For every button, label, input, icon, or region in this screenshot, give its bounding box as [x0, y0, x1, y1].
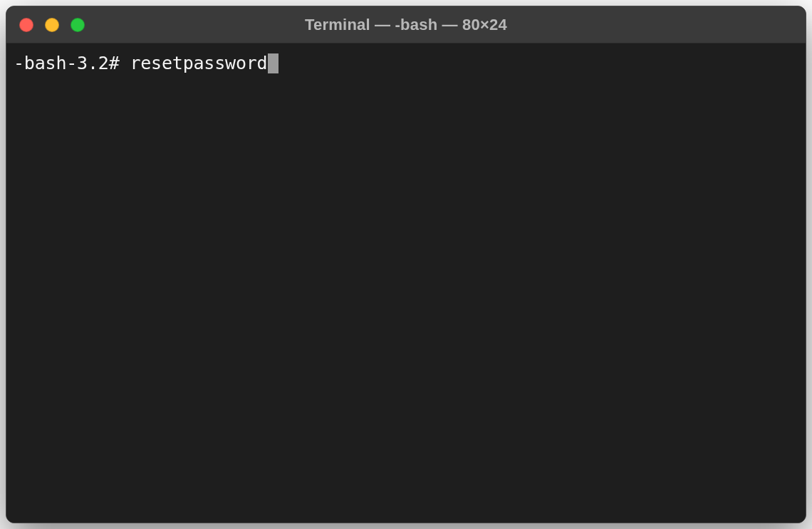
- shell-prompt: -bash-3.2#: [14, 52, 130, 76]
- terminal-window: Terminal — -bash — 80×24 -bash-3.2# rese…: [6, 6, 806, 523]
- traffic-lights: [6, 18, 85, 32]
- terminal-body[interactable]: -bash-3.2# resetpassword: [6, 43, 806, 523]
- terminal-line: -bash-3.2# resetpassword: [14, 52, 798, 76]
- cursor-icon: [268, 53, 279, 73]
- minimize-icon[interactable]: [45, 18, 59, 32]
- zoom-icon[interactable]: [71, 18, 85, 32]
- window-title: Terminal — -bash — 80×24: [6, 16, 806, 34]
- command-input[interactable]: resetpassword: [130, 52, 267, 76]
- titlebar[interactable]: Terminal — -bash — 80×24: [6, 6, 806, 43]
- close-icon[interactable]: [19, 18, 33, 32]
